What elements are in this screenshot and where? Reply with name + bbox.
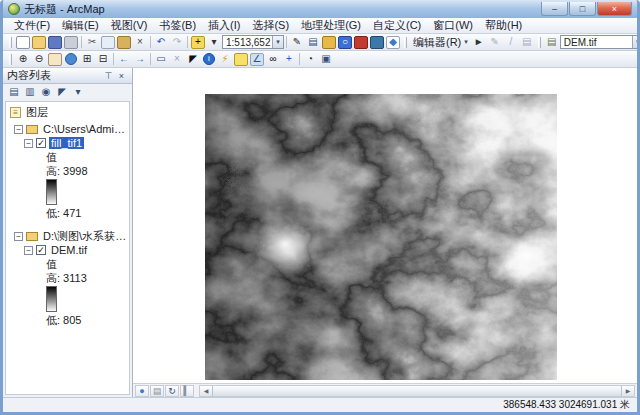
select-features-icon[interactable]: ▭: [154, 53, 168, 66]
add-data-dropdown-icon[interactable]: ▾: [207, 36, 221, 49]
redo-icon[interactable]: ↷: [170, 36, 184, 49]
list-by-drawing-order-icon[interactable]: ▤: [7, 86, 21, 99]
fixed-zoom-in-icon[interactable]: ⊞: [80, 53, 94, 66]
expander-icon[interactable]: −: [24, 246, 33, 255]
list-by-source-icon[interactable]: ▥: [23, 86, 37, 99]
layer-checkbox[interactable]: ✓: [36, 245, 46, 255]
menu-view[interactable]: 视图(V): [105, 17, 154, 34]
toc-options-icon[interactable]: ▾: [71, 86, 85, 99]
toolbar-grip[interactable]: [538, 37, 541, 48]
split-tool-icon[interactable]: /: [504, 36, 518, 49]
refresh-view-icon[interactable]: ↻: [165, 385, 179, 397]
toc-layer-row[interactable]: − ✓ DEM.tif: [6, 243, 129, 257]
delete-icon[interactable]: ×: [133, 36, 147, 49]
menu-edit[interactable]: 编辑(E): [56, 17, 105, 34]
toolbar-grip[interactable]: [9, 37, 12, 48]
toolbar-grip[interactable]: [404, 37, 407, 48]
menu-file[interactable]: 文件(F): [8, 17, 56, 34]
toolbar-separator: [113, 53, 114, 65]
menu-help[interactable]: 帮助(H): [479, 17, 528, 34]
expander-icon[interactable]: −: [24, 139, 33, 148]
edit-tool-icon[interactable]: ►: [472, 36, 486, 49]
editor-dropdown-icon[interactable]: ▾: [464, 38, 468, 46]
zoom-out-icon[interactable]: ⊖: [32, 53, 46, 66]
search-window-icon[interactable]: ○: [338, 36, 352, 49]
scroll-right-icon[interactable]: ▶: [622, 386, 634, 396]
toolbar-separator: [81, 36, 82, 48]
toc-close-icon[interactable]: ×: [115, 70, 128, 82]
arcmap-window: 无标题 - ArcMap –□× 文件(F)编辑(E)视图(V)书签(B)插入(…: [0, 0, 640, 415]
modelbuilder-icon[interactable]: ◆: [386, 36, 400, 49]
scroll-left-icon[interactable]: ◀: [200, 386, 212, 396]
time-slider-icon[interactable]: ◔: [303, 53, 317, 66]
undo-icon[interactable]: ↶: [154, 36, 168, 49]
fixed-zoom-out-icon[interactable]: ⊟: [96, 53, 110, 66]
data-frame-label[interactable]: 图层: [24, 105, 50, 120]
toc-root-row[interactable]: ≡ 图层: [6, 105, 129, 119]
clear-selection-icon[interactable]: ×: [170, 53, 184, 66]
forward-extent-icon[interactable]: →: [133, 53, 147, 66]
table-of-contents-panel: 内容列表 ⊤ × ▤▥◉◤▾ ≡ 图层 −: [3, 68, 133, 397]
new-document-icon[interactable]: [16, 36, 30, 49]
data-view-icon[interactable]: ●: [135, 385, 149, 397]
back-extent-icon[interactable]: ←: [117, 53, 131, 66]
expander-icon[interactable]: −: [14, 232, 23, 241]
toc-layer-row[interactable]: − ✓ fill_tif1: [6, 136, 129, 150]
menu-insert[interactable]: 插入(I): [202, 17, 246, 34]
dem-raster-image[interactable]: [205, 94, 557, 380]
toc-group-row[interactable]: − D:\测图\水系获取\: [6, 229, 129, 243]
catalog-window-icon[interactable]: [322, 36, 336, 49]
find-icon[interactable]: ∞: [266, 53, 280, 66]
print-icon[interactable]: [64, 36, 78, 49]
toc-group-row[interactable]: − C:\Users\Administrator\Do...: [6, 122, 129, 136]
minimize-button[interactable]: –: [541, 2, 568, 16]
create-features-icon[interactable]: ✎: [488, 36, 502, 49]
pause-drawing-icon[interactable]: ▍: [180, 385, 194, 397]
cut-icon[interactable]: ✂: [85, 36, 99, 49]
toolbar-grip[interactable]: [9, 54, 12, 65]
save-icon[interactable]: [48, 36, 62, 49]
copy-icon[interactable]: [101, 36, 115, 49]
map-scale-combo[interactable]: 1:513,652 ▾: [222, 35, 284, 49]
add-data-icon[interactable]: +: [191, 36, 205, 49]
html-popup-icon[interactable]: [234, 53, 248, 66]
identify-icon[interactable]: i: [203, 53, 215, 65]
effects-layer-combo[interactable]: DEM.tif ▾: [560, 35, 637, 49]
pan-hand-icon[interactable]: [48, 53, 62, 66]
menu-customize[interactable]: 自定义(C): [367, 17, 427, 34]
python-icon[interactable]: [370, 36, 384, 49]
layer-name[interactable]: fill_tif1: [49, 137, 84, 149]
open-folder-icon[interactable]: [32, 36, 46, 49]
horizontal-scrollbar[interactable]: ◀ ▶: [199, 385, 635, 397]
paste-icon[interactable]: [117, 36, 131, 49]
table-of-contents-icon[interactable]: ▤: [306, 36, 320, 49]
full-extent-icon[interactable]: [65, 53, 77, 65]
editor-toolbar-icon[interactable]: ✎: [290, 36, 304, 49]
menu-bookmarks[interactable]: 书签(B): [153, 17, 202, 34]
measure-icon[interactable]: ∠: [250, 53, 264, 66]
menu-window[interactable]: 窗口(W): [427, 17, 479, 34]
menu-geoprocessing[interactable]: 地理处理(G): [295, 17, 367, 34]
layer-checkbox[interactable]: ✓: [36, 138, 46, 148]
zoom-in-icon[interactable]: ⊕: [16, 53, 30, 66]
list-by-visibility-icon[interactable]: ◉: [39, 86, 53, 99]
arctoolbox-icon[interactable]: [354, 36, 368, 49]
list-by-selection-icon[interactable]: ◤: [55, 86, 69, 99]
layout-view-icon[interactable]: ▤: [150, 385, 164, 397]
close-button[interactable]: ×: [597, 2, 632, 16]
map-canvas[interactable]: [133, 68, 637, 383]
hyperlink-icon[interactable]: ⚡: [218, 53, 232, 66]
effects-dropdown-icon[interactable]: ▾: [632, 36, 637, 48]
attributes-icon[interactable]: ▤: [520, 36, 534, 49]
viewer-window-icon[interactable]: ▣: [319, 53, 333, 66]
layer-name[interactable]: DEM.tif: [49, 244, 89, 256]
menu-selection[interactable]: 选择(S): [246, 17, 295, 34]
expander-icon[interactable]: −: [14, 125, 23, 134]
maximize-button[interactable]: □: [569, 2, 596, 16]
editor-menu[interactable]: 编辑器(R) ▾: [410, 35, 471, 49]
go-to-xy-icon[interactable]: +: [282, 53, 296, 66]
scale-dropdown-icon[interactable]: ▾: [272, 36, 283, 48]
scrollbar-thumb[interactable]: [212, 386, 622, 396]
toc-pin-icon[interactable]: ⊤: [102, 70, 115, 82]
select-elements-icon[interactable]: ◤: [186, 53, 200, 66]
